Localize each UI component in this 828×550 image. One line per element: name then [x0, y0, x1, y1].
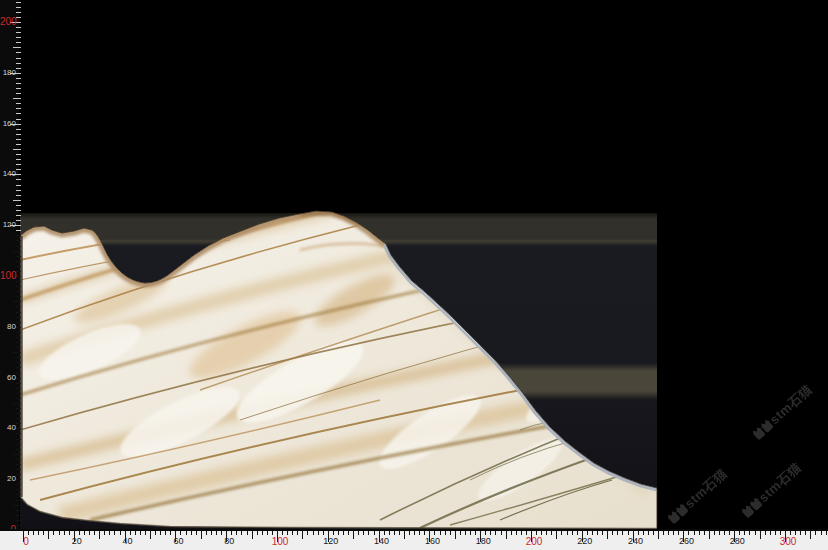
h-ruler-tick — [460, 531, 461, 535]
h-ruler-tick — [760, 531, 761, 539]
h-ruler-tick — [506, 531, 507, 539]
h-ruler-tick — [658, 531, 659, 539]
h-ruler-tick — [612, 531, 613, 535]
h-ruler-tick — [607, 531, 608, 539]
h-ruler-tick — [94, 531, 95, 535]
v-ruler-tick — [16, 520, 21, 521]
h-ruler-tick — [628, 531, 629, 535]
h-ruler-tick — [521, 531, 522, 535]
v-ruler-tick — [13, 251, 21, 252]
h-ruler-tick — [419, 531, 420, 535]
h-ruler-tick — [323, 531, 324, 535]
v-ruler-tick — [16, 68, 21, 69]
v-ruler-tick — [16, 37, 21, 38]
v-ruler-tick — [16, 169, 21, 170]
h-ruler-label: 180 — [476, 536, 491, 546]
h-ruler-label: 260 — [679, 536, 694, 546]
h-ruler-label: 140 — [374, 536, 389, 546]
h-ruler-tick — [643, 531, 644, 535]
h-ruler-tick — [434, 531, 435, 535]
h-ruler-label: 100 — [272, 536, 289, 547]
v-ruler-tick — [16, 93, 21, 94]
h-ruler-tick — [592, 531, 593, 535]
v-ruler-tick — [16, 210, 21, 211]
h-ruler-tick — [414, 531, 415, 535]
v-ruler-tick — [16, 423, 21, 424]
h-ruler-tick — [511, 531, 512, 535]
h-ruler-tick — [43, 531, 44, 535]
v-ruler-tick — [16, 433, 21, 434]
v-ruler-tick — [16, 113, 21, 114]
h-ruler-tick — [638, 531, 639, 535]
h-ruler-tick — [465, 531, 466, 535]
h-ruler-tick — [170, 531, 171, 535]
v-ruler-tick — [16, 27, 21, 28]
h-ruler-tick — [536, 531, 537, 535]
h-ruler-tick — [201, 531, 202, 539]
v-ruler-tick — [13, 301, 21, 302]
v-ruler-tick — [16, 418, 21, 419]
h-ruler-tick — [297, 531, 298, 535]
h-ruler-tick — [267, 531, 268, 535]
h-ruler-tick — [69, 531, 70, 535]
h-ruler-tick — [668, 531, 669, 535]
h-ruler-tick — [516, 531, 517, 535]
h-ruler-tick — [272, 531, 273, 535]
v-ruler-tick — [16, 317, 21, 318]
v-ruler-label: 140 — [0, 169, 16, 179]
v-ruler-tick — [16, 103, 21, 104]
h-ruler-tick — [338, 531, 339, 535]
h-ruler-tick — [48, 531, 49, 539]
v-ruler-tick — [16, 42, 21, 43]
h-ruler-tick — [333, 531, 334, 535]
h-ruler-tick — [709, 531, 710, 539]
h-ruler-tick — [363, 531, 364, 535]
v-ruler-tick — [16, 144, 21, 145]
marble-slab-image[interactable] — [0, 0, 828, 550]
v-ruler-tick — [16, 439, 21, 440]
v-ruler-label: 100 — [0, 271, 16, 281]
v-ruler-label: 200 — [0, 17, 16, 27]
h-ruler-tick — [53, 531, 54, 535]
v-ruler-tick — [16, 190, 21, 191]
h-ruler-tick — [353, 531, 354, 539]
h-ruler-tick — [247, 531, 248, 535]
h-ruler-tick — [526, 531, 527, 535]
h-ruler-tick — [257, 531, 258, 535]
h-ruler-tick — [302, 531, 303, 539]
h-ruler-tick — [800, 531, 801, 535]
v-ruler-tick — [16, 195, 21, 196]
h-ruler-tick — [587, 531, 588, 535]
v-ruler-label: 20 — [0, 474, 16, 484]
h-ruler-tick — [145, 531, 146, 535]
h-ruler-tick — [775, 531, 776, 535]
v-ruler-tick — [16, 261, 21, 262]
h-ruler-label: 20 — [72, 536, 82, 546]
h-ruler-tick — [815, 531, 816, 535]
h-ruler-label: 80 — [224, 536, 234, 546]
v-ruler-label: 160 — [0, 119, 16, 129]
v-ruler-tick — [16, 58, 21, 59]
h-ruler-tick — [196, 531, 197, 535]
h-ruler-tick — [455, 531, 456, 539]
v-ruler-tick — [16, 459, 21, 460]
h-ruler-tick — [343, 531, 344, 535]
h-ruler-tick — [307, 531, 308, 535]
v-ruler-tick — [16, 83, 21, 84]
v-ruler-tick — [16, 164, 21, 165]
h-ruler-label: 120 — [323, 536, 338, 546]
h-ruler-tick — [694, 531, 695, 535]
v-ruler-tick — [16, 63, 21, 64]
v-ruler-tick — [16, 515, 21, 516]
h-ruler-tick — [252, 531, 253, 539]
v-ruler-tick — [16, 230, 21, 231]
v-ruler-tick — [16, 7, 21, 8]
v-ruler-tick — [16, 489, 21, 490]
h-ruler-tick — [445, 531, 446, 535]
h-ruler-tick — [292, 531, 293, 535]
v-ruler-tick — [16, 52, 21, 53]
v-ruler-tick — [16, 291, 21, 292]
h-ruler-tick — [221, 531, 222, 535]
v-ruler-tick — [13, 47, 21, 48]
h-ruler-tick — [114, 531, 115, 535]
